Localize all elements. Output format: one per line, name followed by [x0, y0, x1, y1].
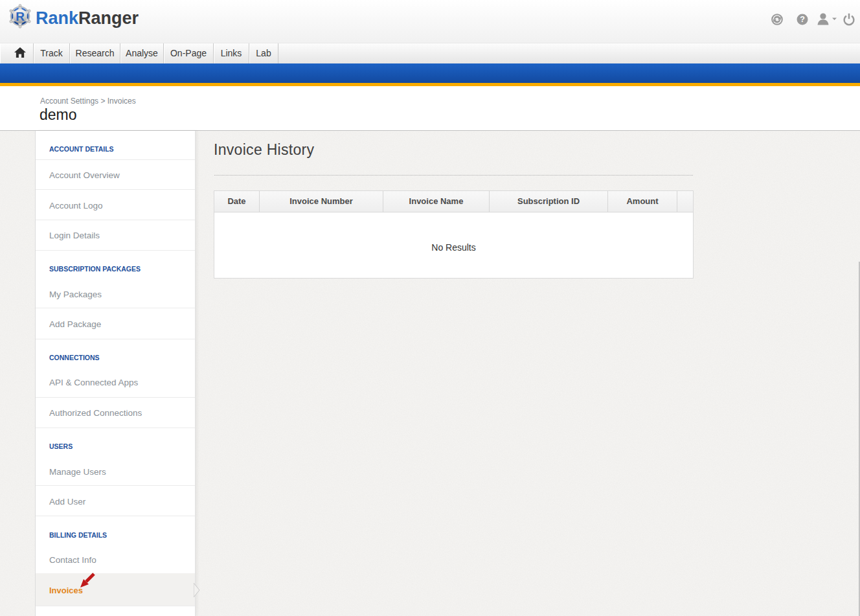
svg-text:R: R — [16, 10, 25, 23]
svg-text:?: ? — [800, 15, 805, 24]
